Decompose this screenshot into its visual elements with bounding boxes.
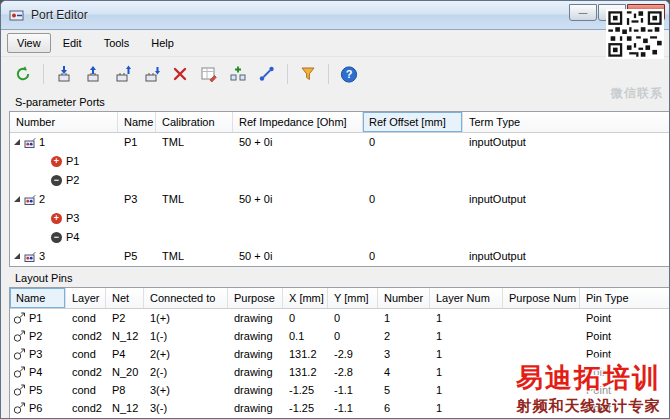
- cell-purpose: drawing: [228, 399, 283, 417]
- edit-ports-table-icon[interactable]: [197, 62, 221, 86]
- cell-empty: [463, 228, 669, 247]
- cell-number: 1: [10, 133, 118, 152]
- cell-empty: [233, 228, 363, 247]
- help-icon[interactable]: ?: [337, 62, 361, 86]
- cell-layer: cond2: [66, 327, 106, 345]
- watermark-brand: 易迪拓培训: [516, 360, 661, 396]
- layout-pin-icon: [13, 384, 26, 397]
- sparam-port-row[interactable]: 2P3TML50 + 0i0inputOutput: [10, 190, 669, 209]
- port-pin-row[interactable]: −P4: [10, 228, 669, 247]
- cell-name: P1: [10, 309, 66, 327]
- column-header-purpose-num[interactable]: Purpose Num: [503, 288, 580, 308]
- menu-item-help[interactable]: Help: [141, 33, 184, 53]
- svg-text:?: ?: [346, 68, 353, 80]
- port-move-up-icon[interactable]: [110, 62, 134, 86]
- pin-label: P2: [66, 171, 79, 190]
- cell-x: 0.1: [283, 327, 328, 345]
- menu-item-tools[interactable]: Tools: [94, 33, 140, 53]
- refresh-icon[interactable]: [11, 62, 35, 86]
- port-icon: [23, 250, 36, 263]
- cell-number: 2: [10, 190, 118, 209]
- cell-net: P8: [106, 381, 144, 399]
- column-header-calibration[interactable]: Calibration: [156, 112, 233, 132]
- cell-layer-num: 1: [430, 363, 503, 381]
- sparam-table-header: Number Name Calibration Ref Impedance [O…: [10, 112, 669, 133]
- cell-term-type: inputOutput: [463, 133, 669, 152]
- cell-empty: [463, 152, 669, 171]
- menu-item-edit[interactable]: Edit: [53, 33, 92, 53]
- pin-minus-icon: −: [51, 232, 62, 243]
- sparam-ports-table: Number Name Calibration Ref Impedance [O…: [9, 111, 669, 267]
- cell-name: P4: [10, 363, 66, 381]
- cell-name: P3: [118, 190, 156, 209]
- toolbar: ?: [1, 57, 669, 91]
- cell-net: N_20: [106, 363, 144, 381]
- column-header-pin-number[interactable]: Number: [378, 288, 430, 308]
- port-pin-row[interactable]: −P2: [10, 171, 669, 190]
- menu-item-view[interactable]: View: [7, 33, 51, 53]
- sparam-port-row[interactable]: 1P1TML50 + 0i0inputOutput: [10, 133, 669, 152]
- cell-empty: [156, 152, 233, 171]
- sparam-port-row[interactable]: 3P5TML50 + 0i0inputOutput: [10, 247, 669, 266]
- menu-bar: ViewEditToolsHelp: [1, 30, 669, 57]
- column-header-pin-name[interactable]: Name: [10, 288, 66, 308]
- column-header-layer-num[interactable]: Layer Num: [430, 288, 503, 308]
- column-header-number[interactable]: Number: [10, 112, 118, 132]
- add-ports-icon[interactable]: [226, 62, 250, 86]
- cell-purpose-num: [503, 309, 580, 327]
- watermark-bottom: 易迪拓培训 射频和天线设计专家: [502, 357, 669, 418]
- port-export-icon[interactable]: [81, 62, 105, 86]
- pin-label: P1: [66, 152, 79, 171]
- cell-net: P2: [106, 309, 144, 327]
- layout-pin-row[interactable]: P1condP21(+)drawing0011Point: [10, 309, 669, 327]
- column-header-layer[interactable]: Layer: [66, 288, 106, 308]
- cell-layer: cond: [66, 345, 106, 363]
- column-header-y[interactable]: Y [mm]: [328, 288, 378, 308]
- column-header-ref-offset[interactable]: Ref Offset [mm]: [363, 112, 463, 132]
- cell-empty: [463, 171, 669, 190]
- connect-pins-icon[interactable]: [255, 62, 279, 86]
- cell-ref-offset: 0: [363, 133, 463, 152]
- column-header-name[interactable]: Name: [118, 112, 156, 132]
- cell-empty: [363, 152, 463, 171]
- cell-layer-num: 1: [430, 309, 503, 327]
- pin-plus-icon: +: [51, 156, 62, 167]
- cell-layer: cond2: [66, 399, 106, 417]
- column-header-term-type[interactable]: Term Type: [463, 112, 669, 132]
- expander-icon[interactable]: [14, 253, 20, 259]
- filter-icon[interactable]: [296, 62, 320, 86]
- cell-name: P5: [118, 247, 156, 266]
- expander-icon[interactable]: [14, 196, 20, 202]
- layout-pin-row[interactable]: P2cond2N_121(-)drawing0.1021Point: [10, 327, 669, 345]
- column-header-pin-type[interactable]: Pin Type: [580, 288, 669, 308]
- column-header-ref-impedance[interactable]: Ref Impedance [Ohm]: [233, 112, 363, 132]
- watermark-wechat-label: 微信联系: [611, 85, 663, 102]
- column-header-connected-to[interactable]: Connected to: [144, 288, 228, 308]
- pin-label: P3: [66, 209, 79, 228]
- expander-icon[interactable]: [14, 139, 20, 145]
- cell-x: -1.25: [283, 381, 328, 399]
- cell-connected-to: 3(-): [144, 399, 228, 417]
- port-number-label: 2: [39, 190, 45, 209]
- cell-layer-num: 1: [430, 381, 503, 399]
- cell-empty: [233, 152, 363, 171]
- port-pin-row[interactable]: +P1: [10, 152, 669, 171]
- column-header-purpose[interactable]: Purpose: [228, 288, 283, 308]
- cell-purpose-num: [503, 327, 580, 345]
- cell-calibration: TML: [156, 190, 233, 209]
- cell-name: P1: [118, 133, 156, 152]
- title-bar[interactable]: Port Editor — □ ×: [1, 1, 669, 30]
- minimize-button[interactable]: —: [569, 4, 597, 21]
- cell-connected-to: 1(-): [144, 327, 228, 345]
- port-pin-row[interactable]: +P3: [10, 209, 669, 228]
- delete-port-icon[interactable]: [168, 62, 192, 86]
- cell-ref-offset: 0: [363, 247, 463, 266]
- cell-pin-number: 1: [378, 309, 430, 327]
- port-move-down-icon[interactable]: [139, 62, 163, 86]
- cell-purpose: drawing: [228, 363, 283, 381]
- cell-pin: +P3: [10, 209, 118, 228]
- column-header-x[interactable]: X [mm]: [283, 288, 328, 308]
- port-import-icon[interactable]: [52, 62, 76, 86]
- layout-pins-section-label: Layout Pins: [1, 267, 669, 287]
- column-header-net[interactable]: Net: [106, 288, 144, 308]
